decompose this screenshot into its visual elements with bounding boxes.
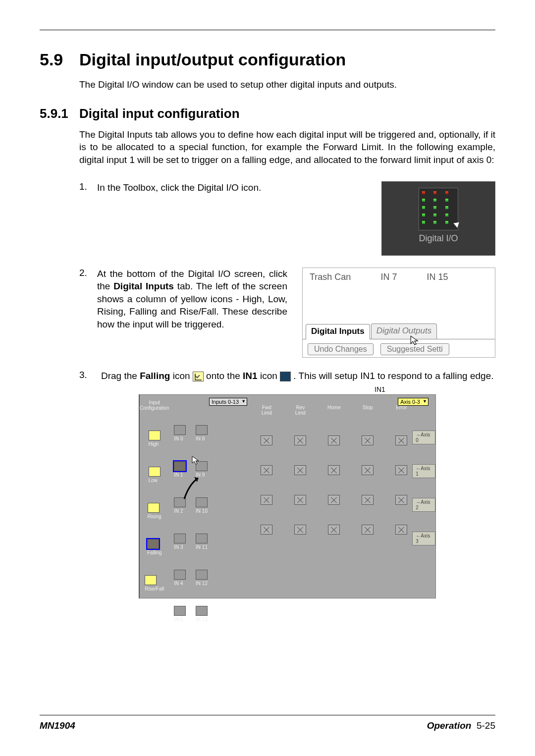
fn-cell[interactable] <box>362 525 374 535</box>
step2-text: At the bottom of the Digital I/O screen,… <box>97 268 287 331</box>
digital-io-toolbox-icon[interactable]: Digital I/O <box>381 181 495 256</box>
section-title: Digital input/output configuration <box>79 50 346 69</box>
fn-cell[interactable] <box>328 465 340 475</box>
axis3-button[interactable]: ←Axis 3 <box>412 532 435 545</box>
fn-cell[interactable] <box>328 525 340 535</box>
fn-cell[interactable] <box>362 435 374 445</box>
section-number: 5.9 <box>40 50 79 69</box>
input-in3[interactable] <box>174 534 186 543</box>
fn-cell[interactable] <box>328 435 340 445</box>
undo-changes-button[interactable]: Undo Changes <box>308 343 374 355</box>
step1-text: In the Toolbox, click the Digital I/O ic… <box>97 181 287 194</box>
section-intro: The Digital I/O window can be used to se… <box>79 78 495 91</box>
fn-cell[interactable] <box>395 465 407 475</box>
footer-doc-id: MN1904 <box>40 720 75 731</box>
falling-edge-icon <box>193 372 204 381</box>
axis2-button[interactable]: →Axis 2 <box>412 498 435 512</box>
input-in12[interactable] <box>196 570 208 580</box>
in1-caption: IN1 <box>265 385 495 394</box>
subsection-heading: 5.9.1Digital input configuration <box>40 106 495 121</box>
fn-cell[interactable] <box>362 465 374 475</box>
type-risefall-icon[interactable] <box>145 575 157 585</box>
type-falling-icon[interactable] <box>147 539 159 549</box>
axis1-button[interactable]: ←Axis 1 <box>412 464 435 478</box>
footer-section: Operation <box>427 720 472 731</box>
fn-cell[interactable] <box>261 435 272 445</box>
digital-io-label: Digital I/O <box>419 233 458 244</box>
type-high-icon[interactable] <box>149 431 160 440</box>
input-in11[interactable] <box>196 534 208 543</box>
fn-cell[interactable] <box>261 525 272 535</box>
input-in4[interactable] <box>174 570 186 580</box>
fn-cell[interactable] <box>395 495 407 505</box>
digital-io-tabs-screenshot: Trash Can IN 7 IN 15 Digital Inputs Digi… <box>302 268 495 358</box>
inputs-range-dropdown[interactable]: Inputs 0-13 <box>209 398 247 406</box>
tab-digital-outputs[interactable]: Digital Outputs <box>371 324 437 339</box>
input-in13[interactable] <box>196 606 208 616</box>
type-rising-icon[interactable] <box>148 503 160 513</box>
fn-cell[interactable] <box>294 495 306 505</box>
type-low-icon[interactable] <box>149 467 160 477</box>
hdr-input-config: Input Configuration <box>140 400 169 411</box>
digital-io-chip-icon <box>419 188 458 230</box>
tab-digital-inputs[interactable]: Digital Inputs <box>306 324 370 339</box>
digital-inputs-config-screenshot: Input Configuration High Low Rising Fall… <box>139 394 436 598</box>
fn-cell[interactable] <box>395 525 407 535</box>
step3-text: Drag the Falling icon onto the IN1 icon … <box>101 370 495 395</box>
fn-cell[interactable] <box>294 465 306 475</box>
fn-cell[interactable] <box>294 525 306 535</box>
in1-slot-icon <box>280 372 291 381</box>
axis-range-dropdown[interactable]: Axis 0-3 <box>398 398 428 406</box>
col-in15: IN 15 <box>427 272 448 282</box>
cursor-icon <box>410 335 421 348</box>
col-in7: IN 7 <box>380 272 397 282</box>
cursor-icon <box>191 455 201 465</box>
fn-cell[interactable] <box>395 435 407 445</box>
step1-number: 1. <box>79 181 91 192</box>
input-in8[interactable] <box>196 425 208 435</box>
fn-cell[interactable] <box>261 465 272 475</box>
subsection-title: Digital input configuration <box>79 106 240 121</box>
input-in1[interactable] <box>174 461 186 471</box>
fn-cell[interactable] <box>294 435 306 445</box>
fn-cell[interactable] <box>362 495 374 505</box>
step3-number: 3. <box>79 370 91 380</box>
step2-number: 2. <box>79 268 91 278</box>
subsection-intro: The Digital Inputs tab allows you to def… <box>79 128 495 166</box>
section-heading: 5.9Digital input/output configuration <box>40 50 495 69</box>
subsection-number: 5.9.1 <box>40 106 79 121</box>
input-in0[interactable] <box>174 425 186 435</box>
footer-page: 5-25 <box>477 720 495 731</box>
fn-cell[interactable] <box>261 495 272 505</box>
col-trash: Trash Can <box>310 272 351 282</box>
page-footer: MN1904 Operation 5-25 <box>40 715 495 731</box>
drag-arrow-icon <box>179 474 209 504</box>
cursor-icon <box>453 220 461 228</box>
axis0-button[interactable]: →Axis 0 <box>412 431 435 444</box>
fn-cell[interactable] <box>328 495 340 505</box>
input-in5[interactable] <box>174 606 186 616</box>
